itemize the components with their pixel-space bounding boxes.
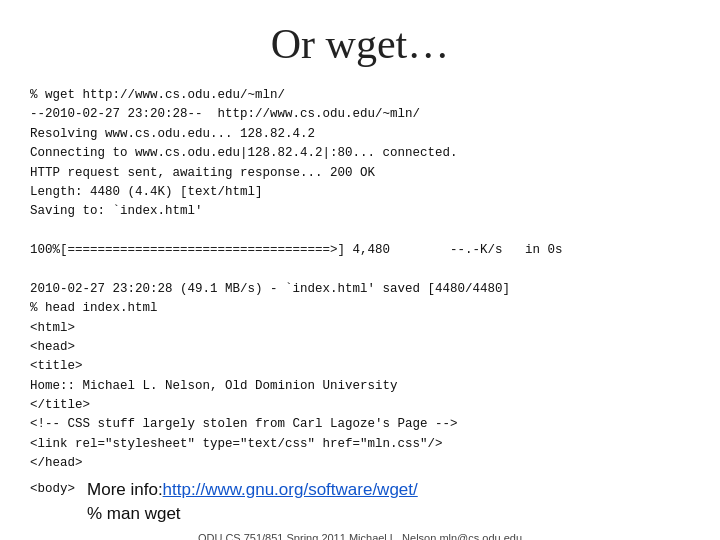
- slide: Or wget… % wget http://www.cs.odu.edu/~m…: [0, 0, 720, 540]
- more-info-link[interactable]: http://www.gnu.org/software/wget/: [163, 480, 418, 500]
- terminal-block: % wget http://www.cs.odu.edu/~mln/ --201…: [30, 86, 690, 474]
- body-tag: <body>: [30, 480, 75, 496]
- footer: ODU CS 751/851 Spring 2011 Michael L. Ne…: [30, 532, 690, 541]
- more-info-box: More info: http://www.gnu.org/software/w…: [87, 480, 418, 524]
- more-info-container: <body> More info: http://www.gnu.org/sof…: [30, 480, 690, 524]
- more-info-row: More info: http://www.gnu.org/software/w…: [87, 480, 418, 500]
- slide-title: Or wget…: [30, 20, 690, 68]
- man-wget-row: % man wget: [87, 504, 418, 524]
- more-info-prefix: More info:: [87, 480, 163, 500]
- man-wget-text: % man wget: [87, 504, 181, 523]
